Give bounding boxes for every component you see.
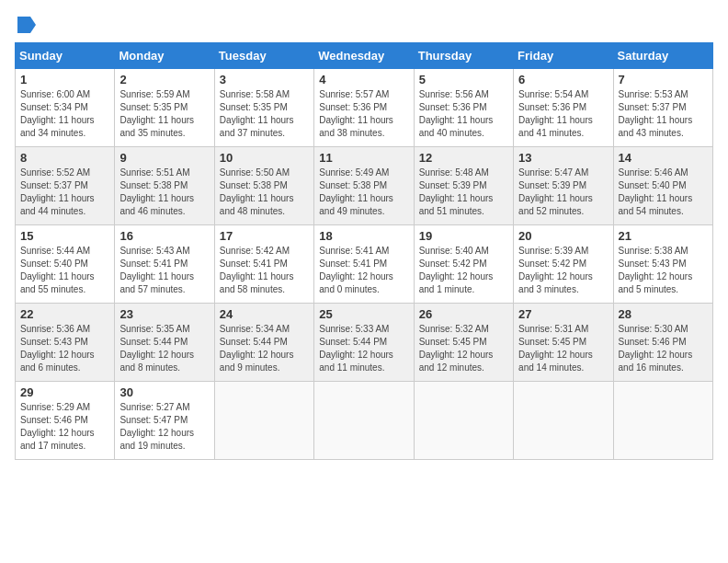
- day-number: 14: [619, 151, 708, 165]
- day-info: Sunrise: 5:35 AM Sunset: 5:44 PM Dayligh…: [119, 323, 209, 374]
- calendar-day-cell: 7Sunrise: 5:53 AM Sunset: 5:37 PM Daylig…: [613, 69, 712, 147]
- calendar-week-row: 29Sunrise: 5:29 AM Sunset: 5:46 PM Dayli…: [16, 382, 713, 460]
- calendar-day-header: Wednesday: [314, 43, 414, 69]
- day-number: 27: [518, 307, 608, 321]
- day-number: 6: [518, 73, 608, 86]
- day-info: Sunrise: 6:00 AM Sunset: 5:34 PM Dayligh…: [20, 88, 109, 140]
- calendar-day-header: Thursday: [414, 43, 513, 69]
- calendar-day-header: Saturday: [613, 43, 712, 69]
- calendar-day-cell: 5Sunrise: 5:56 AM Sunset: 5:36 PM Daylig…: [414, 69, 513, 147]
- calendar-day-cell: 21Sunrise: 5:38 AM Sunset: 5:43 PM Dayli…: [613, 225, 712, 304]
- day-number: 24: [220, 307, 309, 321]
- day-number: 30: [119, 385, 209, 399]
- day-info: Sunrise: 5:58 AM Sunset: 5:35 PM Dayligh…: [220, 88, 309, 140]
- calendar-day-cell: 26Sunrise: 5:32 AM Sunset: 5:45 PM Dayli…: [414, 304, 513, 382]
- day-number: 12: [419, 151, 508, 165]
- calendar-day-header: Monday: [115, 43, 214, 69]
- calendar-day-cell: [613, 382, 712, 460]
- day-info: Sunrise: 5:27 AM Sunset: 5:47 PM Dayligh…: [119, 401, 209, 453]
- day-number: 8: [20, 151, 109, 165]
- day-info: Sunrise: 5:41 AM Sunset: 5:41 PM Dayligh…: [319, 245, 408, 296]
- day-info: Sunrise: 5:57 AM Sunset: 5:36 PM Dayligh…: [319, 88, 408, 140]
- day-number: 20: [518, 229, 608, 243]
- day-info: Sunrise: 5:50 AM Sunset: 5:38 PM Dayligh…: [220, 167, 309, 218]
- calendar-day-cell: 15Sunrise: 5:44 AM Sunset: 5:40 PM Dayli…: [16, 225, 115, 304]
- calendar-week-row: 15Sunrise: 5:44 AM Sunset: 5:40 PM Dayli…: [16, 225, 713, 304]
- day-info: Sunrise: 5:51 AM Sunset: 5:38 PM Dayligh…: [119, 167, 209, 218]
- day-info: Sunrise: 5:48 AM Sunset: 5:39 PM Dayligh…: [419, 167, 508, 218]
- page-header: [15, 15, 713, 31]
- calendar-header-row: SundayMondayTuesdayWednesdayThursdayFrid…: [16, 43, 713, 69]
- calendar-day-cell: 9Sunrise: 5:51 AM Sunset: 5:38 PM Daylig…: [115, 147, 214, 225]
- calendar-day-cell: 29Sunrise: 5:29 AM Sunset: 5:46 PM Dayli…: [16, 382, 115, 460]
- calendar-week-row: 1Sunrise: 6:00 AM Sunset: 5:34 PM Daylig…: [16, 69, 713, 147]
- day-info: Sunrise: 5:56 AM Sunset: 5:36 PM Dayligh…: [419, 88, 508, 140]
- calendar-day-cell: 2Sunrise: 5:59 AM Sunset: 5:35 PM Daylig…: [115, 69, 214, 147]
- calendar-day-cell: [414, 382, 513, 460]
- day-info: Sunrise: 5:36 AM Sunset: 5:43 PM Dayligh…: [20, 323, 109, 374]
- day-info: Sunrise: 5:43 AM Sunset: 5:41 PM Dayligh…: [119, 245, 209, 296]
- day-number: 23: [119, 307, 209, 321]
- calendar-day-cell: [314, 382, 414, 460]
- day-number: 1: [20, 73, 109, 86]
- day-number: 9: [119, 151, 209, 165]
- day-number: 25: [319, 307, 408, 321]
- day-number: 19: [419, 229, 508, 243]
- calendar-day-cell: 1Sunrise: 6:00 AM Sunset: 5:34 PM Daylig…: [16, 69, 115, 147]
- day-number: 15: [20, 229, 109, 243]
- day-number: 11: [319, 151, 408, 165]
- calendar-week-row: 8Sunrise: 5:52 AM Sunset: 5:37 PM Daylig…: [16, 147, 713, 225]
- calendar-day-cell: 28Sunrise: 5:30 AM Sunset: 5:46 PM Dayli…: [613, 304, 712, 382]
- day-number: 2: [119, 73, 209, 86]
- day-number: 4: [319, 73, 408, 86]
- day-info: Sunrise: 5:33 AM Sunset: 5:44 PM Dayligh…: [319, 323, 408, 374]
- day-info: Sunrise: 5:34 AM Sunset: 5:44 PM Dayligh…: [220, 323, 309, 374]
- day-number: 29: [20, 385, 109, 399]
- calendar-day-cell: 8Sunrise: 5:52 AM Sunset: 5:37 PM Daylig…: [16, 147, 115, 225]
- calendar-day-cell: 10Sunrise: 5:50 AM Sunset: 5:38 PM Dayli…: [214, 147, 313, 225]
- logo: [15, 15, 37, 31]
- day-info: Sunrise: 5:49 AM Sunset: 5:38 PM Dayligh…: [319, 167, 408, 218]
- calendar-day-cell: 3Sunrise: 5:58 AM Sunset: 5:35 PM Daylig…: [214, 69, 313, 147]
- calendar-day-cell: 16Sunrise: 5:43 AM Sunset: 5:41 PM Dayli…: [115, 225, 214, 304]
- calendar-day-cell: 22Sunrise: 5:36 AM Sunset: 5:43 PM Dayli…: [16, 304, 115, 382]
- day-number: 3: [220, 73, 309, 86]
- calendar-day-header: Friday: [514, 43, 613, 69]
- calendar-day-cell: 27Sunrise: 5:31 AM Sunset: 5:45 PM Dayli…: [514, 304, 613, 382]
- calendar-day-cell: 23Sunrise: 5:35 AM Sunset: 5:44 PM Dayli…: [115, 304, 214, 382]
- day-number: 10: [220, 151, 309, 165]
- day-info: Sunrise: 5:40 AM Sunset: 5:42 PM Dayligh…: [419, 245, 508, 296]
- day-info: Sunrise: 5:46 AM Sunset: 5:40 PM Dayligh…: [619, 167, 708, 218]
- calendar-day-cell: 20Sunrise: 5:39 AM Sunset: 5:42 PM Dayli…: [514, 225, 613, 304]
- day-number: 26: [419, 307, 508, 321]
- day-info: Sunrise: 5:47 AM Sunset: 5:39 PM Dayligh…: [518, 167, 608, 218]
- calendar-day-cell: 19Sunrise: 5:40 AM Sunset: 5:42 PM Dayli…: [414, 225, 513, 304]
- calendar-week-row: 22Sunrise: 5:36 AM Sunset: 5:43 PM Dayli…: [16, 304, 713, 382]
- calendar-day-header: Sunday: [16, 43, 115, 69]
- day-number: 17: [220, 229, 309, 243]
- calendar-day-cell: 11Sunrise: 5:49 AM Sunset: 5:38 PM Dayli…: [314, 147, 414, 225]
- day-info: Sunrise: 5:30 AM Sunset: 5:46 PM Dayligh…: [619, 323, 708, 374]
- day-number: 21: [619, 229, 708, 243]
- calendar-day-cell: 13Sunrise: 5:47 AM Sunset: 5:39 PM Dayli…: [514, 147, 613, 225]
- logo-icon: [16, 15, 36, 35]
- day-info: Sunrise: 5:42 AM Sunset: 5:41 PM Dayligh…: [220, 245, 309, 296]
- calendar-day-cell: 18Sunrise: 5:41 AM Sunset: 5:41 PM Dayli…: [314, 225, 414, 304]
- day-info: Sunrise: 5:38 AM Sunset: 5:43 PM Dayligh…: [619, 245, 708, 296]
- calendar-day-cell: 30Sunrise: 5:27 AM Sunset: 5:47 PM Dayli…: [115, 382, 214, 460]
- day-info: Sunrise: 5:52 AM Sunset: 5:37 PM Dayligh…: [20, 167, 109, 218]
- day-info: Sunrise: 5:59 AM Sunset: 5:35 PM Dayligh…: [119, 88, 209, 140]
- calendar-day-cell: 6Sunrise: 5:54 AM Sunset: 5:36 PM Daylig…: [514, 69, 613, 147]
- calendar-day-header: Tuesday: [214, 43, 313, 69]
- day-info: Sunrise: 5:39 AM Sunset: 5:42 PM Dayligh…: [518, 245, 608, 296]
- calendar-day-cell: 24Sunrise: 5:34 AM Sunset: 5:44 PM Dayli…: [214, 304, 313, 382]
- day-number: 16: [119, 229, 209, 243]
- day-number: 18: [319, 229, 408, 243]
- calendar-day-cell: 25Sunrise: 5:33 AM Sunset: 5:44 PM Dayli…: [314, 304, 414, 382]
- day-info: Sunrise: 5:29 AM Sunset: 5:46 PM Dayligh…: [20, 401, 109, 453]
- day-info: Sunrise: 5:31 AM Sunset: 5:45 PM Dayligh…: [518, 323, 608, 374]
- calendar-day-cell: 4Sunrise: 5:57 AM Sunset: 5:36 PM Daylig…: [314, 69, 414, 147]
- day-number: 22: [20, 307, 109, 321]
- day-info: Sunrise: 5:44 AM Sunset: 5:40 PM Dayligh…: [20, 245, 109, 296]
- calendar-day-cell: [514, 382, 613, 460]
